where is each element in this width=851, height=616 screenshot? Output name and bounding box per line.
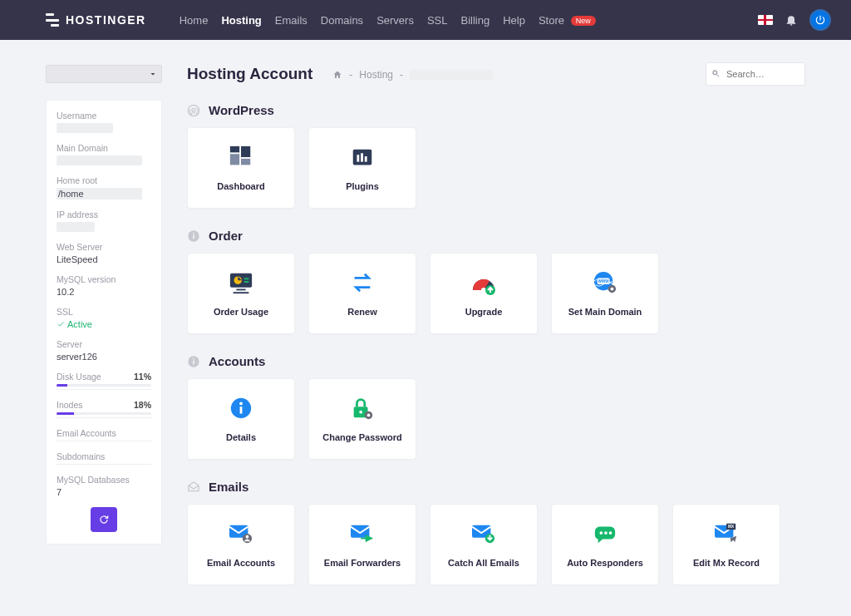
card-upgrade[interactable]: Upgrade [430, 253, 538, 334]
refresh-icon [98, 514, 110, 525]
card-edit-mx[interactable]: MX Edit Mx Record [672, 504, 780, 585]
auto-responders-icon [591, 521, 619, 546]
page-header: Hosting Account - Hosting - [187, 65, 805, 83]
crumb-hosting[interactable]: Hosting [359, 69, 393, 81]
renew-icon [348, 270, 376, 295]
catch-all-icon [470, 521, 498, 546]
svg-rect-4 [241, 159, 250, 165]
locale-flag[interactable] [758, 15, 773, 25]
account-info-card: Username Main Domain Home root /home IP … [46, 100, 162, 545]
section-title: Order [209, 229, 243, 243]
value-mysql: 10.2 [57, 287, 151, 297]
nav-billing[interactable]: Billing [461, 14, 490, 27]
search-input[interactable] [706, 62, 805, 86]
label-email-accounts: Email Accounts [57, 428, 151, 438]
svg-rect-11 [193, 233, 194, 234]
brand-name: HOSTINGER [66, 13, 146, 27]
label-ssl: SSL [57, 307, 151, 317]
card-email-forwarders[interactable]: Email Forwarders [308, 504, 416, 585]
card-change-password[interactable]: Change Password [308, 378, 416, 460]
card-wp-dashboard[interactable]: Dashboard [187, 127, 295, 209]
dashboard-icon [227, 145, 255, 170]
label-web-server: Web Server [57, 242, 151, 252]
svg-rect-13 [236, 289, 245, 291]
mail-open-icon [187, 480, 200, 494]
svg-rect-14 [234, 292, 249, 293]
account-menu[interactable] [809, 9, 831, 31]
card-catch-all[interactable]: Catch All Emails [430, 504, 538, 585]
value-mysql-db: 7 [57, 487, 151, 497]
refresh-button[interactable] [91, 507, 117, 532]
svg-point-32 [359, 411, 362, 414]
card-renew[interactable]: Renew [308, 253, 416, 334]
value-inodes-pct: 18% [134, 400, 151, 410]
nav-domains[interactable]: Domains [321, 14, 363, 27]
sidebar: Username Main Domain Home root /home IP … [46, 65, 162, 545]
notifications-icon[interactable] [785, 13, 798, 27]
nav-help[interactable]: Help [503, 14, 525, 27]
label-main-domain: Main Domain [57, 143, 151, 153]
search-icon [711, 69, 721, 78]
email-accounts-icon [227, 521, 255, 546]
svg-rect-3 [230, 154, 239, 165]
value-server: server126 [57, 352, 151, 362]
svg-rect-7 [361, 153, 363, 161]
inodes-progress [57, 412, 151, 415]
email-forwarders-icon [348, 521, 376, 546]
card-wp-plugins[interactable]: Plugins [308, 127, 416, 209]
card-auto-responders[interactable]: Auto Responders [551, 504, 659, 585]
svg-point-37 [246, 535, 249, 539]
home-icon[interactable] [332, 70, 342, 80]
nav-home[interactable]: Home [180, 14, 209, 27]
nav-ssl[interactable]: SSL [427, 14, 448, 27]
nav-links: Home Hosting Emails Domains Servers SSL … [180, 14, 596, 27]
svg-rect-26 [193, 360, 194, 364]
svg-point-42 [604, 531, 608, 535]
label-subdomains: Subdomains [57, 451, 151, 461]
nav-servers[interactable]: Servers [376, 14, 414, 27]
info-icon [187, 229, 200, 243]
card-set-main-domain[interactable]: WWW Set Main Domain [551, 253, 659, 334]
nav-emails[interactable]: Emails [275, 14, 307, 27]
edit-mx-icon: MX [712, 521, 740, 546]
svg-point-43 [609, 531, 612, 535]
svg-rect-27 [193, 358, 194, 359]
new-badge: New [571, 16, 596, 26]
card-order-usage[interactable]: Order Usage [187, 253, 295, 334]
svg-point-30 [239, 402, 243, 406]
card-email-accounts[interactable]: Email Accounts [187, 504, 295, 585]
value-ssl: Active [57, 319, 151, 329]
section-emails: Emails Email Accounts Email Forwarders [187, 480, 805, 585]
plugins-icon [348, 145, 376, 170]
section-accounts: Accounts Details Change Password [187, 354, 805, 460]
label-username: Username [57, 111, 151, 121]
check-icon [57, 320, 65, 328]
main: Hosting Account - Hosting - WordPress [187, 65, 805, 605]
upgrade-icon [470, 270, 498, 295]
brand-logo[interactable]: HOSTINGER [46, 13, 146, 27]
search-wrap [706, 62, 805, 86]
label-mysql-db: MySQL Databases [57, 475, 151, 485]
nav-right [758, 9, 831, 31]
label-ip: IP address [57, 209, 151, 219]
label-home-root: Home root [57, 175, 151, 185]
value-home-root: /home [57, 188, 142, 200]
details-icon [227, 396, 255, 421]
nav-store[interactable]: Store New [539, 14, 596, 27]
value-ip [57, 222, 95, 232]
card-details[interactable]: Details [187, 378, 295, 460]
change-password-icon [348, 396, 376, 421]
top-nav: HOSTINGER Home Hosting Emails Domains Se… [0, 0, 851, 40]
svg-rect-8 [365, 156, 367, 162]
nav-hosting[interactable]: Hosting [221, 14, 261, 27]
label-disk: Disk Usage [57, 372, 101, 382]
logo-icon [46, 13, 59, 27]
svg-point-24 [611, 288, 614, 291]
label-inodes: Inodes [57, 400, 83, 410]
svg-text:MX: MX [728, 525, 735, 529]
account-select[interactable] [46, 65, 162, 83]
value-web-server: LiteSpeed [57, 254, 151, 264]
svg-rect-17 [244, 281, 249, 283]
info-icon [187, 355, 200, 368]
svg-text:WWW: WWW [598, 279, 610, 283]
